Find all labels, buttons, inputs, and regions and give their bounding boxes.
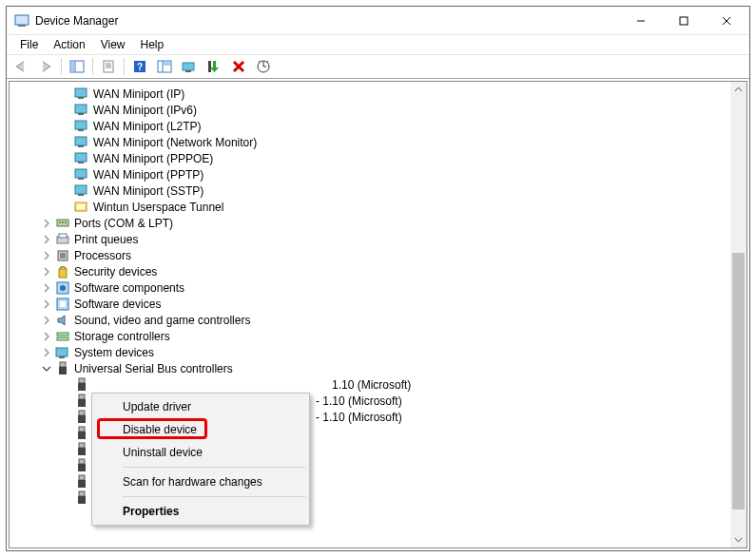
toolbar: ? — [7, 54, 749, 79]
svg-rect-71 — [78, 464, 86, 471]
network-icon — [74, 200, 89, 215]
close-button[interactable] — [705, 8, 747, 34]
chevron-right-icon[interactable] — [40, 217, 53, 230]
chevron-right-icon[interactable] — [40, 265, 53, 278]
scan-hardware-button[interactable] — [252, 56, 275, 77]
tree-item-label: 1.10 (Microsoft) — [332, 378, 411, 392]
svg-rect-18 — [183, 63, 194, 70]
monitor-icon — [74, 103, 89, 118]
tree-item-wintun[interactable]: Wintun Userspace Tunnel — [10, 199, 730, 215]
svg-rect-57 — [59, 356, 65, 358]
svg-rect-64 — [79, 411, 85, 415]
monitor-icon — [74, 151, 89, 166]
ctx-scan-hardware[interactable]: Scan for hardware changes — [94, 471, 307, 493]
tree-item-wan-miniport[interactable]: WAN Miniport (PPTP) — [10, 166, 730, 182]
chevron-right-icon[interactable] — [40, 346, 53, 359]
scroll-down-button[interactable] — [730, 531, 746, 547]
tree-category[interactable]: Print queues — [10, 231, 730, 247]
scroll-up-button[interactable] — [730, 82, 746, 98]
svg-rect-68 — [79, 443, 85, 448]
monitor-icon — [74, 183, 89, 199]
usb-device-icon — [74, 394, 89, 409]
vertical-scrollbar[interactable] — [730, 82, 746, 547]
ctx-disable-device[interactable]: Disable device — [94, 418, 307, 441]
properties-button[interactable] — [97, 56, 120, 77]
menu-file[interactable]: File — [12, 36, 46, 53]
tree-category[interactable]: Security devices — [10, 263, 730, 279]
help-button[interactable]: ? — [128, 56, 151, 77]
tree-category[interactable]: Software devices — [10, 296, 730, 312]
category-icon — [55, 345, 70, 360]
tree-category[interactable]: Sound, video and game controllers — [10, 312, 730, 328]
chevron-right-icon[interactable] — [40, 233, 53, 246]
svg-rect-75 — [78, 496, 86, 504]
tree-item-label: Storage controllers — [74, 330, 170, 343]
svg-rect-28 — [78, 113, 84, 115]
chevron-right-icon[interactable] — [40, 314, 53, 327]
category-icon — [55, 216, 70, 231]
svg-rect-65 — [78, 415, 86, 423]
tree-item-label: System devices — [74, 346, 154, 359]
svg-rect-8 — [71, 62, 74, 71]
action-button[interactable] — [153, 56, 176, 77]
menu-help[interactable]: Help — [133, 36, 172, 53]
tree-category[interactable]: Ports (COM & LPT) — [10, 215, 730, 231]
uninstall-device-button[interactable] — [227, 56, 250, 77]
tree-item-wan-miniport[interactable]: WAN Miniport (IP) — [10, 86, 730, 102]
tree-item-label: Software devices — [74, 298, 161, 311]
svg-point-51 — [60, 285, 66, 291]
tree-category[interactable]: System devices — [10, 344, 730, 360]
svg-rect-38 — [78, 194, 84, 196]
ctx-properties[interactable]: Properties — [94, 500, 307, 523]
chevron-right-icon[interactable] — [40, 298, 53, 311]
category-icon — [55, 248, 70, 263]
chevron-right-icon[interactable] — [40, 249, 53, 262]
menu-action[interactable]: Action — [46, 36, 92, 53]
usb-device-icon — [74, 377, 89, 393]
back-button[interactable] — [10, 56, 32, 77]
usb-device-icon — [74, 474, 89, 490]
tree-item-wan-miniport[interactable]: WAN Miniport (Network Monitor) — [10, 134, 730, 150]
usb-icon — [55, 361, 70, 376]
show-hide-tree-button[interactable] — [66, 56, 88, 77]
tree-item-usb-controllers[interactable]: Universal Serial Bus controllers — [10, 360, 730, 376]
chevron-down-icon[interactable] — [40, 362, 53, 375]
svg-rect-34 — [78, 162, 84, 163]
tree-item-usb-device-selected[interactable]: 1.10 (Microsoft) — [10, 376, 730, 393]
ctx-update-driver[interactable]: Update driver — [94, 395, 307, 418]
enable-device-button[interactable] — [203, 56, 225, 77]
tree-category[interactable]: Processors — [10, 247, 730, 263]
ctx-separator — [123, 467, 305, 468]
content-area: WAN Miniport (IP)WAN Miniport (IPv6)WAN … — [7, 79, 749, 550]
svg-rect-67 — [78, 432, 86, 439]
tree-category[interactable]: Storage controllers — [10, 328, 730, 344]
tree-item-label: Ports (COM & LPT) — [74, 217, 173, 230]
chevron-right-icon[interactable] — [40, 330, 53, 343]
scrollbar-thumb[interactable] — [732, 253, 745, 509]
device-manager-window: Device Manager File Action View Help ? — [6, 6, 750, 551]
usb-device-icon — [74, 490, 89, 506]
titlebar: Device Manager — [7, 7, 749, 35]
ctx-uninstall-device[interactable]: Uninstall device — [94, 441, 307, 464]
chevron-right-icon[interactable] — [40, 281, 53, 295]
svg-rect-9 — [104, 61, 113, 72]
svg-rect-54 — [57, 333, 68, 336]
category-icon — [55, 329, 70, 344]
tree-item-wan-miniport[interactable]: WAN Miniport (L2TP) — [10, 118, 730, 134]
tree-item-wan-miniport[interactable]: WAN Miniport (PPPOE) — [10, 150, 730, 166]
update-driver-button[interactable] — [178, 56, 201, 77]
svg-rect-70 — [79, 459, 85, 464]
forward-button[interactable] — [34, 56, 57, 77]
svg-rect-21 — [208, 61, 211, 72]
window-controls — [619, 8, 747, 34]
svg-rect-25 — [75, 88, 87, 97]
tree-item-wan-miniport[interactable]: WAN Miniport (IPv6) — [10, 102, 730, 118]
tree-item-wan-miniport[interactable]: WAN Miniport (SSTP) — [10, 182, 730, 199]
tree-category[interactable]: Software components — [10, 279, 730, 296]
toolbar-separator — [92, 58, 93, 75]
category-icon — [55, 280, 70, 296]
minimize-button[interactable] — [619, 8, 662, 34]
menu-view[interactable]: View — [93, 36, 133, 53]
maximize-button[interactable] — [662, 8, 705, 34]
svg-rect-74 — [79, 491, 85, 496]
